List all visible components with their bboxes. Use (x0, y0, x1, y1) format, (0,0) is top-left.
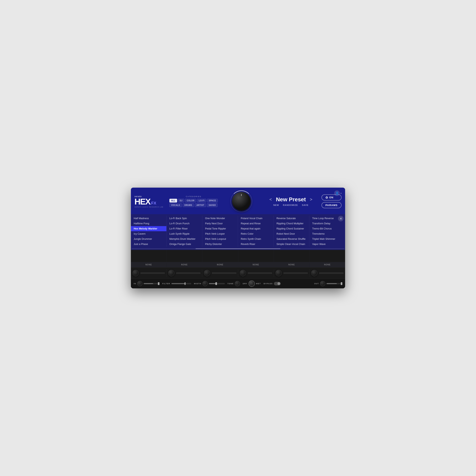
list-item[interactable]: Repeat and Rinse (238, 221, 273, 226)
tone-label: TONE (227, 283, 234, 285)
list-item[interactable]: Repeat that again (238, 226, 273, 231)
filter-slider-thumb[interactable] (185, 282, 186, 285)
out-slider-thumb[interactable] (341, 282, 342, 285)
list-item[interactable]: Poland Vocal Chain (238, 216, 273, 221)
effect-label-1: NONE (131, 262, 166, 267)
effect-knob-4[interactable] (240, 270, 246, 276)
width-slider-thumb[interactable] (215, 282, 217, 285)
effect-knob-1[interactable] (133, 270, 139, 276)
controls-area: ⏻ ON PARAMS (322, 194, 341, 208)
list-item[interactable]: Pitch Verb Looper (202, 231, 238, 237)
effect-knob-6[interactable] (311, 270, 318, 276)
close-button[interactable]: ✕ (338, 216, 343, 221)
preset-prev-button[interactable]: < (269, 197, 273, 202)
list-item[interactable]: Simple Clean Vocal Chain (274, 241, 309, 247)
list-item[interactable]: Pedal Tone Rippler (202, 226, 238, 231)
preset-randomize-button[interactable]: RANDOMIZE (283, 204, 298, 206)
width-knob[interactable] (203, 281, 208, 286)
list-item[interactable]: Reverb Riser (238, 241, 273, 247)
filter-control: FILTER (162, 283, 191, 285)
effect-slot-4: NONE (238, 250, 274, 267)
effects-row: NONE NONE NONE NONE NONE NONE (131, 250, 345, 267)
list-item[interactable]: Robot Next Door (274, 231, 309, 237)
preset-actions: NEW RANDOMIZE SAVE (273, 204, 308, 206)
knob-track-5 (283, 272, 308, 274)
effect-knob-5[interactable] (275, 270, 282, 276)
list-item[interactable]: Just a Phase (131, 241, 166, 247)
preset-next-button[interactable]: > (309, 197, 313, 202)
list-item[interactable]: Retro Color (238, 231, 273, 237)
width-slider-track (209, 283, 225, 284)
user-avatar: 👤 (334, 190, 340, 196)
list-item[interactable]: One Note Wonder (202, 216, 238, 221)
effect-knob-3[interactable] (204, 270, 210, 276)
list-item[interactable]: Triplet Wah Shimmer (309, 237, 345, 241)
list-item[interactable]: Reverse Saturate (274, 216, 309, 221)
knob-indicator (241, 194, 241, 196)
out-knob[interactable] (320, 281, 325, 286)
list-item[interactable]: Halftime Pong (131, 221, 166, 226)
knob-track-3 (212, 272, 236, 274)
list-item[interactable]: Lo-Fi Filter Riser (167, 226, 202, 231)
cat-btn-color[interactable]: COLOR (185, 199, 196, 203)
list-item[interactable]: Memphis Drum Warbler (167, 237, 202, 241)
list-item[interactable]: Vapor Wave (309, 241, 345, 247)
knob-track-6 (319, 272, 343, 274)
list-item[interactable]: Tremolemo (309, 231, 345, 237)
list-item[interactable]: Half Madness (131, 216, 166, 221)
list-item[interactable]: Lo-Fi Back Spin (167, 216, 202, 221)
bottom-controls: IN FILTER WIDTH TONE (131, 279, 345, 288)
user-icon-area[interactable]: 👤 ▾ (334, 190, 341, 196)
list-item[interactable]: Jungle Drummer (131, 237, 166, 241)
knob-area (221, 190, 262, 212)
preset-save-button[interactable]: SAVE (302, 204, 308, 206)
list-item[interactable]: Rippling Chord Multiplier (274, 221, 309, 226)
cat-btn-lofi[interactable]: LO-FI (197, 199, 206, 203)
cat-btn-drums[interactable]: DRUMS (183, 203, 194, 207)
cat-btn-space[interactable]: SPACE (207, 199, 218, 203)
list-item[interactable]: Tremo-Bit Chorus (309, 226, 345, 231)
preset-nav: < New Preset > (269, 196, 313, 203)
effect-label-3: NONE (202, 262, 238, 267)
list-item[interactable]: Saturated Reverse Shuffle (274, 237, 309, 241)
logo-area: serato HEX FX SERATO AUDIO RESEARCH LAB (135, 195, 166, 208)
effect-display-2 (167, 250, 202, 262)
list-item[interactable]: Party Next Door (202, 221, 238, 226)
big-knob[interactable] (232, 192, 251, 211)
effect-label-5: NONE (274, 262, 309, 267)
cat-btn-vocals[interactable]: VOCALS (169, 203, 182, 207)
out-control: OUT (314, 281, 342, 286)
in-slider-thumb[interactable] (158, 282, 159, 285)
cat-btn-artist[interactable]: ARTIST (195, 203, 206, 207)
effect-knob-2[interactable] (168, 270, 174, 276)
list-item[interactable]: Transform Delay (309, 221, 345, 226)
out-label: OUT (314, 283, 319, 285)
header: serato HEX FX SERATO AUDIO RESEARCH LAB … (131, 188, 345, 214)
preset-column-2: Lo-Fi Back Spin Lo-Fi Drum Punch Lo-Fi F… (167, 216, 202, 247)
cat-btn-all[interactable]: ALL (169, 199, 177, 203)
list-item[interactable]: Rippling Chord Sustainer (274, 226, 309, 231)
preset-column-1: Half Madness Halftime Pong Hex Melody Wa… (131, 216, 167, 247)
cat-btn-dj[interactable]: DJ (178, 199, 184, 203)
list-item[interactable]: Pitchy Distorter (202, 241, 238, 247)
in-knob[interactable] (137, 281, 142, 286)
dry-wet-knob[interactable] (249, 280, 255, 287)
list-item[interactable]: Hex Melody Warbler (131, 226, 166, 231)
filter-label: FILTER (162, 283, 170, 285)
knob-track-2 (176, 272, 201, 274)
tone-knob[interactable] (235, 281, 240, 286)
list-item[interactable]: Retro Synth Chain (238, 237, 273, 241)
list-item[interactable]: Lush Synth Ripple (167, 231, 202, 237)
list-item[interactable]: Icy Cavern (131, 231, 166, 237)
cat-btn-saved[interactable]: SAVED (207, 203, 218, 207)
list-item[interactable]: Omiga Flange Gate (167, 241, 202, 247)
effect-label-6: NONE (310, 262, 345, 267)
preset-new-button[interactable]: NEW (273, 204, 279, 206)
params-button[interactable]: PARAMS (322, 202, 341, 208)
knob-track-4 (248, 272, 272, 274)
fx-text: FX (151, 201, 156, 205)
bypass-toggle[interactable] (274, 282, 281, 285)
list-item[interactable]: Lo-Fi Drum Punch (167, 221, 202, 226)
list-item[interactable]: Pitch Verb Loopout (202, 237, 238, 241)
filter-slider-fill (171, 283, 185, 284)
